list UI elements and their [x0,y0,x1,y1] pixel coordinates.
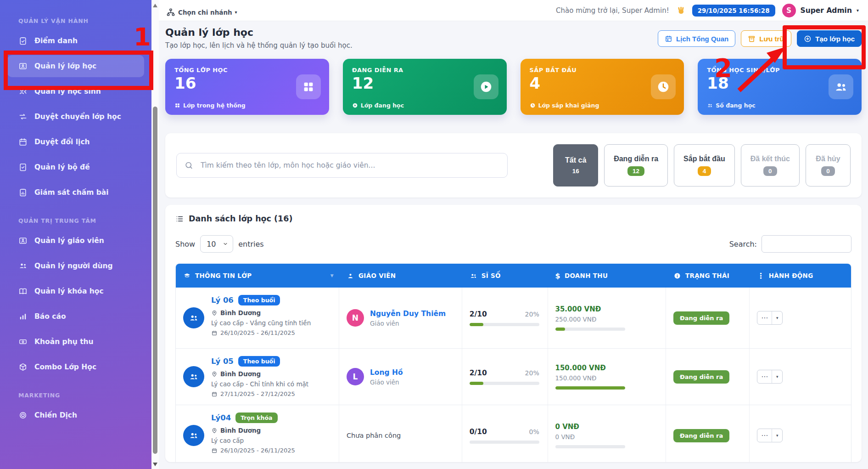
stat-card-total-students: TỔNG HỌC SINH/LỚP 18 Số đang học [698,59,862,115]
row-actions-button[interactable]: ⋯▾ [757,429,783,442]
people-icon [18,87,28,96]
file-check-icon [18,163,28,172]
class-course: Lý cao cấp - Chỉ tính khi có mặt [211,380,308,388]
column-enrollment[interactable]: SĨ SỐ [462,264,548,288]
sidebar-item-label: Giám sát chấm bài [34,188,109,197]
filter-tab-upcoming[interactable]: Sắp bắt đầu 4 [674,144,735,186]
book-icon [18,287,28,296]
ellipsis-icon[interactable]: ⋯ [757,370,772,383]
chevron-down-icon[interactable]: ▾ [772,429,782,442]
column-class-info[interactable]: THÔNG TIN LỚP ▼ [176,264,339,288]
vertical-dots-icon: ⋮ [757,271,764,280]
class-avatar [183,307,204,328]
sidebar-item-quan-ly-hoc-sinh[interactable]: Quản lý học sinh [7,80,144,102]
location-pin-icon [211,310,218,316]
sidebar-item-label: Điểm danh [34,37,78,45]
enrollment-percent: 20% [525,369,539,377]
filter-bar: Tất cả 16 Đang diễn ra 12 Sắp bắt đầu 4 … [165,133,862,198]
revenue-current: 150.000 VNĐ [555,364,658,372]
archive-button[interactable]: Lưu trữ [741,30,791,47]
sidebar-item-label: Khoản phụ thu [34,338,94,346]
sidebar-item-quan-ly-nguoi-dung[interactable]: Quản lý người dùng [7,255,144,277]
sidebar-item-bao-cao[interactable]: Báo cáo [7,305,144,328]
filter-tab-cancelled[interactable]: Đã hủy 0 [806,144,851,186]
sidebar-scrollbar[interactable] [151,0,159,469]
class-name-link[interactable]: Lý 05 [211,357,234,366]
create-class-button[interactable]: Tạo lớp học [797,30,862,47]
sidebar-item-giam-sat-cham-bai[interactable]: Giám sát chấm bài [7,181,144,203]
sidebar-item-label: Quản lý học sinh [34,87,101,96]
scrollbar-up-arrow-icon[interactable] [153,4,157,7]
page-header: Quản lý lớp học Tạo lớp học, lên lịch và… [159,21,868,50]
chevron-down-icon: ▾ [857,8,859,13]
sidebar-item-diem-danh[interactable]: Điểm danh [7,30,144,52]
table-search-input[interactable] [762,235,851,253]
page-size-select[interactable]: 10 [200,235,233,253]
sidebar-item-label: Chiến Dịch [34,411,77,419]
sidebar-item-label: Quản lý giáo viên [34,237,104,245]
user-menu[interactable]: S Super Admin ▾ [782,4,859,17]
filter-tab-ongoing[interactable]: Đang diễn ra 12 [604,144,668,186]
table-row: Lý 06 Theo buổi Bình Dương Lý cao cấp - … [176,288,851,349]
class-name-link[interactable]: Lý 06 [211,296,234,305]
class-search-input[interactable] [176,153,508,178]
class-course: Lý cao cấp [211,437,295,444]
bar-chart-icon [18,312,28,321]
scrollbar-thumb[interactable] [153,107,157,454]
enrollment-percent: 20% [525,311,539,318]
overview-schedule-button[interactable]: Lịch Tổng Quan [658,30,735,47]
sidebar-item-quan-ly-giao-vien[interactable]: Quản lý giáo viên [7,230,144,252]
sidebar-item-label: Quản lý bộ đề [34,163,90,171]
sidebar-item-quan-ly-khoa-hoc[interactable]: Quản lý khóa học [7,280,144,302]
row-actions-button[interactable]: ⋯▾ [757,311,783,325]
teacher-name-link[interactable]: Long Hồ [370,368,403,377]
enrollment-progress [470,441,539,444]
filter-tab-finished[interactable]: Đã kết thúc 0 [741,144,800,186]
clipboard-check-icon [18,36,28,45]
sidebar-item-duyet-chuyen-lop[interactable]: Duyệt chuyển lớp học [7,106,144,128]
chevron-down-icon[interactable]: ▾ [772,370,782,383]
row-actions-button[interactable]: ⋯▾ [757,370,783,384]
branch-selector[interactable]: Chọn chi nhánh ▾ [166,8,237,17]
sidebar: QUẢN LÝ VẬN HÀNH Điểm danh Quản lý lớp h… [0,0,151,469]
users-icon [707,102,713,108]
stat-card-ongoing: ĐANG DIỄN RA 12 Lớp đang học [343,59,507,115]
grid-icon [174,102,180,108]
sort-caret-icon: ▼ [330,273,334,278]
sidebar-item-chien-dich[interactable]: Chiến Dịch [7,404,144,426]
ellipsis-icon[interactable]: ⋯ [757,429,772,442]
location-pin-icon [211,371,218,377]
sidebar-item-quan-ly-bo-de[interactable]: Quản lý bộ đề [7,156,144,178]
class-name-link[interactable]: Lý04 [211,413,231,422]
sidebar-item-duyet-doi-lich[interactable]: Duyệt đổi lịch [7,131,144,153]
column-revenue[interactable]: $ DOANH THU [548,264,666,288]
dollar-icon: $ [555,271,560,280]
chevron-down-icon[interactable]: ▾ [772,311,782,324]
sidebar-item-combo-lop-hoc[interactable]: Combo Lớp Học [7,356,144,378]
sidebar-item-khoan-phu-thu[interactable]: Khoản phụ thu [7,331,144,353]
table-controls: Show 10 entries Search: [175,235,851,253]
stat-card-upcoming: SẮP BẮT ĐẦU 4 Lớp sắp khai giảng [521,59,684,115]
enrollment-count: 2/10 [470,310,487,318]
enrollment-count: 2/10 [470,369,487,377]
teacher-avatar: L [347,368,364,385]
users-icon [470,272,477,280]
teacher-avatar: N [347,309,364,327]
filter-tab-all[interactable]: Tất cả 16 [553,144,598,186]
sidebar-item-quan-ly-lop-hoc[interactable]: Quản lý lớp học [7,55,144,77]
scrollbar-down-arrow-icon[interactable] [153,463,157,466]
main-content: Chọn chi nhánh ▾ Chào mừng trở lại, Supe… [159,0,868,469]
teacher-name-link[interactable]: Nguyễn Duy Thiêm [370,310,446,318]
ellipsis-icon[interactable]: ⋯ [757,311,772,324]
enrollment-count: 0/10 [470,428,487,436]
calendar-icon [18,137,28,147]
class-branch: Bình Dương [211,427,295,434]
chevron-down-icon [223,241,228,247]
graduation-cap-icon [183,272,191,280]
board-chart-icon [18,188,28,197]
status-badge: Đang diễn ra [673,429,729,442]
column-actions[interactable]: ⋮ HÀNH ĐỘNG [750,264,851,288]
topbar: Chọn chi nhánh ▾ Chào mừng trở lại, Supe… [159,0,868,21]
column-status[interactable]: TRẠNG THÁI [666,264,750,288]
column-teacher[interactable]: GIÁO VIÊN [339,264,462,288]
